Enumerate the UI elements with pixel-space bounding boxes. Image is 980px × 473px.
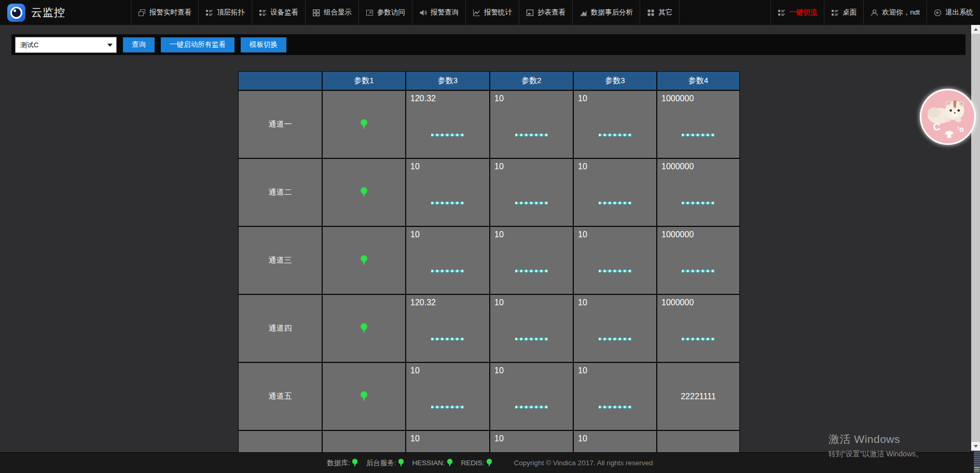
toolbar-buttons: 查询一键启动所有监看模板切换 — [123, 37, 286, 52]
trend-sparkline[interactable] — [599, 132, 632, 138]
nav-item-combo-display[interactable]: 组合显示 — [305, 0, 358, 25]
monitor-table: 参数1参数3参数2参数3参数4通道一120.3210101000000通道二10… — [238, 71, 740, 473]
trend-sparkline[interactable] — [515, 132, 548, 138]
status-item-backend-service: 后台服务: — [366, 458, 404, 468]
nav-item-label: 数据事后分析 — [591, 8, 633, 17]
floating-avatar[interactable]: C ’o — [920, 89, 976, 145]
template-select[interactable]: 测试C — [15, 37, 117, 53]
status-item-label: 数据库: — [327, 458, 350, 468]
trend-sparkline[interactable] — [599, 200, 632, 206]
param-value: 120.32 — [410, 298, 436, 307]
status-balloon-icon — [486, 458, 492, 467]
list-detail-icon — [831, 9, 839, 17]
channel-status-cell — [323, 159, 405, 226]
status-balloon-icon — [360, 255, 368, 266]
trend-sparkline[interactable] — [682, 200, 715, 206]
channel-name-cell[interactable]: 通道四 — [239, 295, 322, 362]
channel-name-cell[interactable]: 通道二 — [239, 159, 322, 226]
status-item-redis: REDIS: — [461, 458, 492, 467]
status-balloon-icon — [360, 119, 368, 130]
channel-name-cell[interactable]: 通道一 — [239, 91, 322, 158]
trend-sparkline[interactable] — [515, 404, 548, 410]
status-balloon-icon — [398, 458, 404, 467]
footer: 数据库:后台服务:HESSIAN:REDIS: Copyright © Vind… — [0, 452, 980, 473]
trend-sparkline[interactable] — [515, 268, 548, 274]
trend-sparkline[interactable] — [515, 200, 548, 206]
param-value-cell: 10 — [574, 363, 656, 430]
param-value-cell: 120.32 — [406, 295, 489, 362]
trend-sparkline[interactable] — [431, 404, 464, 410]
chart-analysis-icon — [579, 9, 587, 17]
param-value-cell: 10 — [406, 159, 489, 226]
trend-sparkline[interactable] — [431, 132, 464, 138]
status-balloon-icon — [360, 187, 368, 198]
trend-sparkline[interactable] — [599, 336, 632, 342]
param-value: 1000000 — [661, 298, 694, 307]
trend-sparkline[interactable] — [682, 268, 715, 274]
window-param-icon — [366, 9, 374, 17]
nav-item-welcome-user[interactable]: 欢迎你，ndt — [863, 0, 927, 25]
nav-item-label: 退出系统 — [945, 8, 973, 17]
param-value-cell: 10 — [490, 91, 573, 158]
status-balloon-icon — [447, 458, 453, 467]
param-value: 10 — [578, 366, 587, 375]
nav-item-label: 参数访问 — [377, 8, 405, 17]
param-value-cell: 10 — [490, 159, 573, 226]
param-value: 10 — [578, 434, 587, 443]
trend-sparkline[interactable] — [515, 336, 548, 342]
chart-line-icon — [473, 9, 480, 17]
param-value-cell: 10 — [490, 227, 573, 294]
trend-sparkline[interactable] — [431, 336, 464, 342]
nav-item-param-access[interactable]: 参数访问 — [358, 0, 412, 25]
param-value-cell: 1000000 — [657, 295, 739, 362]
param-value: 10 — [578, 230, 587, 239]
nav-item-one-key-switch-flow[interactable]: 一键切流 — [770, 0, 824, 25]
trend-sparkline[interactable] — [682, 132, 715, 138]
toolbar: 测试C 查询一键启动所有监看模板切换 — [11, 34, 965, 55]
trend-sparkline[interactable] — [431, 200, 464, 206]
nav-item-meter-reading-view[interactable]: 抄表查看 — [519, 0, 572, 25]
status-balloon-icon — [360, 323, 368, 334]
param-value-cell: 10 — [574, 159, 656, 226]
trend-sparkline[interactable] — [599, 268, 632, 274]
scrollbar-down-arrow-icon[interactable] — [971, 442, 980, 451]
corner-scroll-widget[interactable] — [974, 451, 980, 473]
nav-item-device-monitor[interactable]: 设备监看 — [252, 0, 305, 25]
nav-item-label: 设备监看 — [270, 8, 298, 17]
scrollbar-up-arrow-icon[interactable] — [971, 25, 980, 34]
nav-item-alarm-realtime-view[interactable]: 报警实时查看 — [131, 0, 198, 25]
template-switch-button[interactable]: 模板切换 — [241, 37, 286, 52]
param-value: 1000000 — [661, 94, 694, 103]
channel-name-cell[interactable]: 通道三 — [239, 227, 322, 294]
nav-item-alarm-query[interactable]: 报警查询 — [412, 0, 465, 25]
trend-sparkline[interactable] — [682, 336, 715, 342]
nav-item-others[interactable]: 其它 — [640, 0, 680, 25]
logout-icon — [934, 9, 942, 17]
trend-sparkline[interactable] — [599, 404, 632, 410]
param-value-cell: 1000000 — [657, 227, 739, 294]
param-value: 120.32 — [410, 94, 436, 103]
nav-item-logout-system[interactable]: 退出系统 — [927, 0, 980, 25]
windows-stack-icon — [138, 9, 146, 17]
nav-item-label: 报警实时查看 — [149, 8, 191, 17]
user-icon — [871, 9, 878, 17]
column-header: 参数1 — [323, 72, 405, 90]
tshirt-icon — [945, 131, 954, 138]
nav-item-alarm-stats[interactable]: 报警统计 — [465, 0, 519, 25]
nav-item-label: 顶层拓扑 — [217, 8, 245, 17]
trend-sparkline[interactable] — [431, 268, 464, 274]
scrollbar-thumb[interactable] — [971, 34, 980, 442]
query-button[interactable]: 查询 — [123, 37, 155, 52]
nav-item-top-topology[interactable]: 顶层拓扑 — [198, 0, 252, 25]
channel-name-cell[interactable]: 通道五 — [239, 363, 322, 430]
start-all-monitoring-button[interactable]: 一键启动所有监看 — [161, 37, 234, 52]
channel-status-cell — [323, 363, 405, 430]
param-value: 1000000 — [661, 162, 694, 171]
nav-item-data-post-analysis[interactable]: 数据事后分析 — [572, 0, 640, 25]
list-detail-icon — [778, 9, 785, 17]
nav-item-label: 报警统计 — [484, 8, 512, 17]
nav-item-label: 桌面 — [843, 8, 857, 17]
grid-icon — [312, 9, 320, 17]
nav-item-desktop[interactable]: 桌面 — [824, 0, 863, 25]
vertical-scrollbar[interactable] — [971, 25, 980, 451]
